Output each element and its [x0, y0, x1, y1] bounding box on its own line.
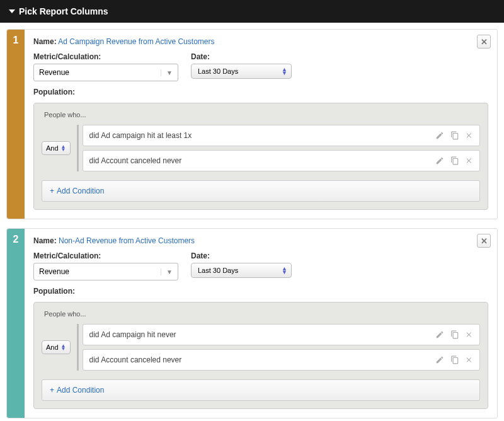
condition-row: did Account canceled never [83, 349, 481, 371]
updown-arrows-icon: ▲▼ [61, 145, 66, 151]
condition-text: did Account canceled never [89, 355, 182, 364]
conjunction-select[interactable]: And ▲▼ [42, 141, 71, 155]
edit-icon[interactable] [435, 156, 444, 165]
updown-arrows-icon: ▲▼ [282, 267, 287, 274]
add-condition-label: Add Condition [57, 187, 104, 195]
remove-column-button[interactable]: ✕ [477, 234, 491, 248]
column-name-link[interactable]: Ad Campaign Revenue from Active Customer… [58, 37, 214, 46]
metric-select[interactable]: Revenue ▼ [33, 64, 178, 81]
column-body: Name: Non-Ad Revenue from Active Custome… [25, 229, 497, 418]
condition-text: did Ad campaign hit at least 1x [89, 131, 192, 140]
chevron-down-icon: ▼ [161, 69, 173, 76]
condition-row: did Ad campaign hit never [83, 324, 481, 345]
metric-value: Revenue [39, 68, 69, 77]
date-label: Date: [191, 251, 292, 260]
population-panel: People who... And ▲▼ did Ad campaign hit… [33, 302, 488, 409]
delete-icon[interactable] [466, 156, 473, 165]
date-select[interactable]: Last 30 Days ▲▼ [191, 263, 292, 278]
population-label: Population: [33, 88, 75, 96]
remove-column-button[interactable]: ✕ [477, 35, 491, 49]
section-header[interactable]: Pick Report Columns [0, 0, 504, 23]
population-header: People who... [42, 111, 480, 118]
date-value: Last 30 Days [198, 67, 238, 75]
delete-icon[interactable] [466, 355, 473, 364]
condition-text: did Account canceled never [89, 156, 182, 165]
edit-icon[interactable] [435, 330, 444, 339]
plus-icon: + [50, 187, 54, 195]
population-header: People who... [42, 310, 480, 318]
condition-row: did Account canceled never [83, 150, 481, 171]
population-panel: People who... And ▲▼ did Ad campaign hit… [33, 103, 488, 210]
date-value: Last 30 Days [198, 267, 238, 274]
copy-icon[interactable] [450, 156, 459, 165]
column-body: Name: Ad Campaign Revenue from Active Cu… [25, 30, 497, 219]
name-row: Name: Ad Campaign Revenue from Active Cu… [33, 37, 488, 46]
date-label: Date: [191, 52, 292, 61]
columns-container: 1 ✕ Name: Ad Campaign Revenue from Activ… [0, 23, 504, 421]
section-title: Pick Report Columns [19, 6, 108, 16]
add-condition-button[interactable]: + Add Condition [42, 379, 480, 401]
edit-icon[interactable] [435, 355, 444, 364]
add-condition-label: Add Condition [57, 386, 104, 395]
delete-icon[interactable] [466, 330, 473, 339]
report-column-1: 1 ✕ Name: Ad Campaign Revenue from Activ… [6, 29, 498, 219]
caret-down-icon [9, 9, 15, 13]
metric-label: Metric/Calculation: [33, 52, 178, 61]
updown-arrows-icon: ▲▼ [61, 344, 66, 350]
population-label: Population: [33, 287, 75, 296]
metric-label: Metric/Calculation: [33, 251, 178, 260]
condition-list: did Ad campaign hit at least 1x did Acco… [77, 125, 481, 171]
name-label: Name: [33, 236, 57, 245]
edit-icon[interactable] [435, 131, 444, 140]
metric-select[interactable]: Revenue ▼ [33, 263, 178, 280]
condition-text: did Ad campaign hit never [89, 330, 176, 339]
conjunction-value: And [46, 343, 59, 351]
copy-icon[interactable] [450, 131, 459, 140]
delete-icon[interactable] [466, 131, 473, 140]
condition-list: did Ad campaign hit never did Account ca… [77, 324, 481, 371]
chevron-down-icon: ▼ [161, 268, 173, 275]
metric-value: Revenue [39, 267, 69, 276]
column-name-link[interactable]: Non-Ad Revenue from Active Customers [59, 236, 195, 245]
name-row: Name: Non-Ad Revenue from Active Custome… [33, 236, 488, 245]
plus-icon: + [50, 386, 54, 395]
condition-row: did Ad campaign hit at least 1x [83, 125, 481, 146]
report-column-2: 2 ✕ Name: Non-Ad Revenue from Active Cus… [6, 228, 498, 418]
name-label: Name: [33, 37, 57, 46]
copy-icon[interactable] [450, 355, 459, 364]
column-index-badge: 2 [7, 229, 25, 418]
conjunction-value: And [46, 144, 59, 152]
column-index-badge: 1 [7, 30, 25, 219]
updown-arrows-icon: ▲▼ [282, 67, 287, 75]
conjunction-select[interactable]: And ▲▼ [42, 340, 71, 354]
add-condition-button[interactable]: + Add Condition [42, 180, 480, 202]
date-select[interactable]: Last 30 Days ▲▼ [191, 64, 292, 79]
copy-icon[interactable] [450, 330, 459, 339]
